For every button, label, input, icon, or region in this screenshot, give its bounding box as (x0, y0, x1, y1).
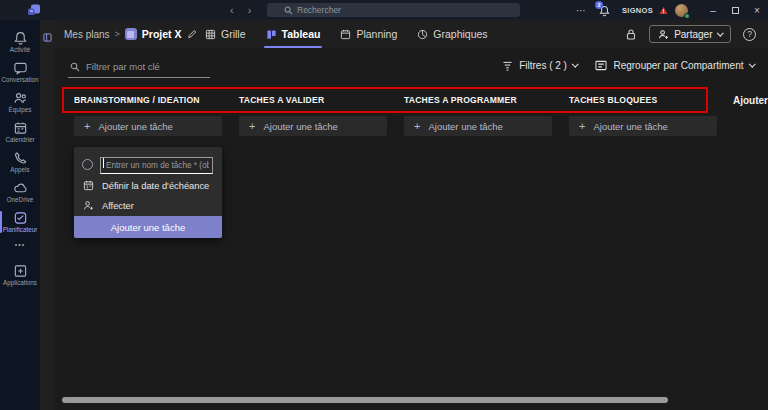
lock-icon (625, 28, 637, 41)
schedule-icon (340, 29, 351, 40)
plan-header: Mes plans > Projet X Grille Tab (54, 20, 768, 48)
rail-item-apps[interactable]: Applications (0, 260, 40, 289)
plus-icon: + (84, 120, 90, 132)
more-options-icon[interactable]: ⋯ (576, 5, 587, 16)
rail-label: Activité (10, 46, 30, 53)
horizontal-scrollbar[interactable] (62, 397, 668, 403)
back-icon[interactable]: ‹ (230, 4, 234, 16)
new-task-card: Définir la date d'échéance Affecter Ajou… (74, 147, 222, 238)
task-name-row (82, 154, 213, 174)
tab-label: Planning (356, 28, 397, 40)
funnel-icon (502, 61, 513, 71)
plan-title: Projet X (142, 28, 182, 40)
rail-item-calls[interactable]: Appels (0, 147, 40, 176)
share-person-icon (658, 29, 669, 40)
breadcrumb-separator: > (115, 29, 120, 39)
add-task-button-col3[interactable]: + Ajouter une tâche (404, 116, 552, 136)
titlebar: ‹ › Rechercher ⋯ 2 SIGNOS (0, 0, 768, 20)
add-bucket-button[interactable]: Ajouter un (733, 95, 768, 106)
panel-toggle-icon[interactable] (43, 28, 52, 46)
share-button[interactable]: Partager (649, 25, 731, 43)
add-task-button-col2[interactable]: + Ajouter une tâche (239, 116, 387, 136)
rail-item-activity[interactable]: Activité (0, 27, 40, 56)
avatar[interactable] (675, 4, 688, 17)
notification-badge: 2 (595, 1, 603, 9)
rail-label: Calendrier (5, 136, 34, 143)
rail-item-onedrive[interactable]: OneDrive (0, 177, 40, 206)
tab-label: Grille (221, 28, 246, 40)
maximize-button[interactable] (724, 0, 746, 20)
rail-label: Conversation (1, 76, 38, 83)
assign-label: Affecter (102, 201, 134, 211)
filters-dropdown[interactable]: Filtres ( 2 ) (502, 60, 577, 71)
task-complete-circle[interactable] (82, 159, 93, 170)
apps-icon (13, 264, 28, 278)
plus-icon: + (414, 120, 420, 132)
board-view: Filtrer par mot clé Filtres ( 2 ) Regrou… (54, 48, 768, 410)
bucket-title-a-programmer[interactable]: TACHES A PROGRAMMER (404, 95, 517, 105)
bell-icon (13, 31, 28, 45)
plan-icon (125, 28, 137, 40)
rail-item-planner[interactable]: Planificateur (0, 207, 40, 236)
task-name-input[interactable] (100, 157, 213, 174)
close-button[interactable]: × (746, 0, 768, 20)
header-right-controls: Partager ? (625, 20, 756, 48)
minimize-button[interactable]: – (702, 0, 724, 20)
chart-icon (417, 29, 428, 40)
teams-logo (27, 3, 41, 21)
tab-grid[interactable]: Grille (205, 20, 246, 48)
planner-icon (13, 211, 28, 225)
text-caret (103, 158, 104, 168)
bucket-title-a-valider[interactable]: TACHES A VALIDER (239, 95, 324, 105)
rail-label: OneDrive (7, 196, 34, 203)
notifications-icon[interactable]: 2 (599, 3, 612, 17)
cloud-icon (13, 181, 28, 195)
plan-tabs: Grille Tableau Planning (205, 20, 488, 48)
add-task-button-col4[interactable]: + Ajouter une tâche (569, 116, 717, 136)
teams-window: ‹ › Rechercher ⋯ 2 SIGNOS (0, 0, 768, 410)
search-icon (70, 62, 80, 72)
alert-icon (659, 1, 668, 19)
presence-available-dot (684, 13, 690, 19)
rail-label: Appels (10, 166, 29, 173)
titlebar-right: ⋯ 2 SIGNOS – × (576, 0, 768, 20)
bucket-title-bloquees[interactable]: TACHES BLOQUEES (569, 95, 657, 105)
add-task-label: Ajouter une tâche (593, 121, 667, 132)
phone-icon (13, 151, 28, 165)
share-label: Partager (674, 29, 712, 40)
rail-item-teams[interactable]: Équipes (0, 87, 40, 116)
org-name-label[interactable]: SIGNOS (622, 6, 653, 15)
grid-icon (205, 29, 216, 40)
chevron-down-icon (717, 29, 723, 35)
forward-icon[interactable]: › (248, 4, 252, 16)
group-by-dropdown[interactable]: Regrouper par Compartiment (595, 60, 754, 71)
assign-option[interactable]: Affecter (83, 200, 134, 211)
rail-item-chat[interactable]: Conversation (0, 57, 40, 86)
rail-more-icon[interactable]: ••• (15, 241, 25, 248)
group-icon (595, 60, 607, 71)
add-task-label: Ajouter une tâche (428, 121, 502, 132)
app-rail: Activité Conversation Équipes Calendrier (0, 20, 40, 410)
rail-item-calendar[interactable]: Calendrier (0, 117, 40, 146)
tab-board[interactable]: Tableau (266, 20, 321, 48)
breadcrumb: Mes plans > Projet X (64, 20, 197, 48)
bucket-title-brainstorming[interactable]: BRAINSTORMING / IDEATION (74, 95, 200, 105)
global-search-input[interactable]: Rechercher (267, 3, 520, 17)
help-icon[interactable]: ? (743, 28, 756, 41)
people-icon (13, 91, 28, 105)
add-task-button-col1[interactable]: + Ajouter une tâche (74, 116, 222, 136)
plus-icon: + (579, 120, 585, 132)
tab-label: Tableau (282, 28, 321, 40)
search-icon (284, 6, 293, 15)
plus-icon: + (249, 120, 255, 132)
tab-charts[interactable]: Graphiques (417, 20, 487, 48)
keyword-filter-input[interactable]: Filtrer par mot clé (68, 56, 210, 78)
set-due-date-label: Définir la date d'échéance (102, 181, 209, 191)
tab-schedule[interactable]: Planning (340, 20, 397, 48)
assign-person-icon (83, 200, 94, 211)
set-due-date-option[interactable]: Définir la date d'échéance (83, 180, 209, 191)
edit-pencil-icon[interactable] (187, 29, 197, 39)
add-task-submit-button[interactable]: Ajouter une tâche (74, 216, 222, 238)
breadcrumb-my-plans[interactable]: Mes plans (64, 29, 110, 40)
add-task-label: Ajouter une tâche (98, 121, 172, 132)
